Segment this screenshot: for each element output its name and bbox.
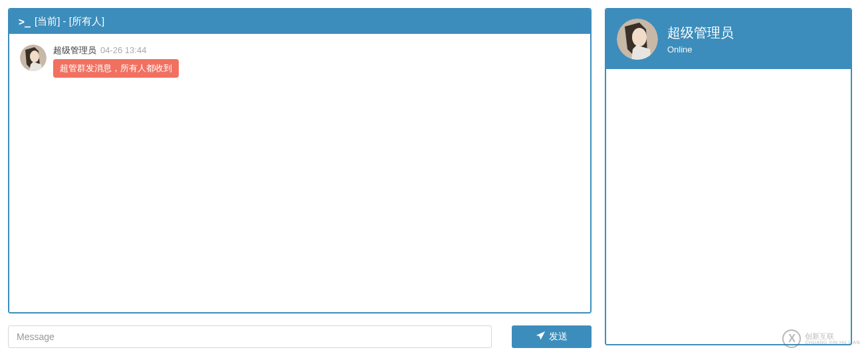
paper-plane-icon [536, 331, 545, 342]
terminal-icon: >_ [19, 16, 31, 28]
user-card: 超级管理员 Online [605, 8, 852, 345]
message-sender: 超级管理员 [53, 44, 96, 56]
message-input[interactable] [8, 325, 492, 348]
avatar-large [617, 19, 658, 60]
chat-panel: >_ [当前] - [所有人] [8, 8, 592, 313]
user-card-header: 超级管理员 Online [606, 9, 851, 69]
svg-point-5 [632, 28, 647, 46]
avatar [20, 44, 47, 71]
user-name: 超级管理员 [667, 24, 734, 42]
watermark-text-sub: CHUANG XIN HU LIAN [805, 340, 860, 345]
chat-header: >_ [当前] - [所有人] [9, 9, 590, 34]
watermark-logo-icon: X [782, 329, 801, 348]
chat-message-list[interactable]: 超级管理员 04-26 13:44 超管群发消息，所有人都收到 [9, 34, 590, 312]
svg-point-2 [30, 50, 39, 62]
send-button-label: 发送 [549, 331, 568, 343]
message-bubble: 超管群发消息，所有人都收到 [53, 59, 179, 78]
user-status: Online [667, 44, 734, 54]
send-button[interactable]: 发送 [512, 325, 592, 348]
message-timestamp: 04-26 13:44 [100, 45, 146, 55]
chat-header-title: [当前] - [所有人] [35, 15, 104, 28]
watermark: X 创新互联 CHUANG XIN HU LIAN [782, 329, 860, 348]
watermark-text-main: 创新互联 [805, 332, 860, 340]
user-card-body [606, 69, 851, 344]
message-row: 超级管理员 04-26 13:44 超管群发消息，所有人都收到 [20, 44, 580, 78]
